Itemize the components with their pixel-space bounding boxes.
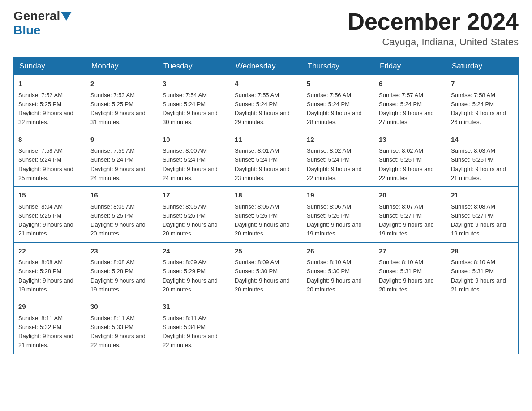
- calendar-header-tuesday: Tuesday: [158, 57, 230, 76]
- cell-content: Sunrise: 8:01 AMSunset: 5:24 PMDaylight:…: [235, 147, 290, 181]
- calendar-cell: 31Sunrise: 8:11 AMSunset: 5:34 PMDayligh…: [158, 298, 230, 354]
- calendar-cell: [374, 298, 446, 354]
- cell-content: Sunrise: 7:57 AMSunset: 5:24 PMDaylight:…: [379, 92, 434, 126]
- calendar-cell: 7Sunrise: 7:58 AMSunset: 5:24 PMDaylight…: [446, 75, 519, 131]
- day-number: 18: [235, 190, 297, 201]
- day-number: 17: [163, 190, 225, 201]
- calendar-cell: 2Sunrise: 7:53 AMSunset: 5:25 PMDaylight…: [86, 75, 158, 131]
- cell-content: Sunrise: 8:10 AMSunset: 5:31 PMDaylight:…: [379, 259, 434, 293]
- calendar-week-row: 1Sunrise: 7:52 AMSunset: 5:25 PMDaylight…: [14, 75, 519, 131]
- calendar-week-row: 15Sunrise: 8:04 AMSunset: 5:25 PMDayligh…: [14, 187, 519, 243]
- calendar-header-thursday: Thursday: [302, 57, 374, 76]
- calendar-cell: 24Sunrise: 8:09 AMSunset: 5:29 PMDayligh…: [158, 242, 230, 298]
- cell-content: Sunrise: 7:53 AMSunset: 5:25 PMDaylight:…: [90, 92, 146, 126]
- day-number: 12: [307, 135, 369, 145]
- calendar-cell: 13Sunrise: 8:02 AMSunset: 5:25 PMDayligh…: [374, 131, 446, 187]
- day-number: 20: [379, 190, 442, 201]
- calendar-cell: 3Sunrise: 7:54 AMSunset: 5:24 PMDaylight…: [158, 75, 230, 131]
- cell-content: Sunrise: 7:52 AMSunset: 5:25 PMDaylight:…: [18, 92, 73, 126]
- cell-content: Sunrise: 7:56 AMSunset: 5:24 PMDaylight:…: [307, 92, 362, 126]
- calendar-cell: [446, 298, 519, 354]
- calendar-header-sunday: Sunday: [14, 57, 86, 76]
- day-number: 19: [307, 190, 369, 201]
- day-number: 13: [379, 135, 442, 145]
- calendar-cell: 5Sunrise: 7:56 AMSunset: 5:24 PMDaylight…: [302, 75, 374, 131]
- calendar-cell: 10Sunrise: 8:00 AMSunset: 5:24 PMDayligh…: [158, 131, 230, 187]
- page-header: General Blue December 2024 Cayuga, India…: [13, 9, 519, 48]
- cell-content: Sunrise: 8:08 AMSunset: 5:28 PMDaylight:…: [18, 259, 73, 293]
- day-number: 31: [163, 302, 225, 312]
- calendar-header-row: SundayMondayTuesdayWednesdayThursdayFrid…: [14, 57, 519, 76]
- location-text: Cayuga, Indiana, United States: [348, 36, 519, 48]
- cell-content: Sunrise: 8:06 AMSunset: 5:26 PMDaylight:…: [235, 203, 290, 237]
- calendar-cell: 22Sunrise: 8:08 AMSunset: 5:28 PMDayligh…: [14, 242, 86, 298]
- calendar-cell: 27Sunrise: 8:10 AMSunset: 5:31 PMDayligh…: [374, 242, 446, 298]
- calendar-cell: [302, 298, 374, 354]
- title-section: December 2024 Cayuga, Indiana, United St…: [348, 9, 519, 48]
- day-number: 30: [90, 302, 153, 312]
- calendar-header-monday: Monday: [86, 57, 158, 76]
- calendar-cell: 4Sunrise: 7:55 AMSunset: 5:24 PMDaylight…: [230, 75, 302, 131]
- calendar-cell: 14Sunrise: 8:03 AMSunset: 5:25 PMDayligh…: [446, 131, 519, 187]
- cell-content: Sunrise: 8:08 AMSunset: 5:27 PMDaylight:…: [451, 203, 506, 237]
- day-number: 26: [307, 246, 369, 257]
- calendar-cell: 26Sunrise: 8:10 AMSunset: 5:30 PMDayligh…: [302, 242, 374, 298]
- cell-content: Sunrise: 8:03 AMSunset: 5:25 PMDaylight:…: [451, 147, 506, 181]
- cell-content: Sunrise: 8:10 AMSunset: 5:30 PMDaylight:…: [307, 259, 362, 293]
- cell-content: Sunrise: 8:11 AMSunset: 5:34 PMDaylight:…: [163, 315, 218, 349]
- calendar-cell: 25Sunrise: 8:09 AMSunset: 5:30 PMDayligh…: [230, 242, 302, 298]
- cell-content: Sunrise: 8:04 AMSunset: 5:25 PMDaylight:…: [18, 203, 73, 237]
- calendar-cell: 17Sunrise: 8:05 AMSunset: 5:26 PMDayligh…: [158, 187, 230, 243]
- day-number: 7: [451, 79, 514, 89]
- day-number: 9: [90, 135, 153, 145]
- day-number: 29: [18, 302, 81, 312]
- day-number: 11: [235, 135, 297, 145]
- calendar-cell: 23Sunrise: 8:08 AMSunset: 5:28 PMDayligh…: [86, 242, 158, 298]
- day-number: 27: [379, 246, 442, 257]
- cell-content: Sunrise: 8:00 AMSunset: 5:24 PMDaylight:…: [163, 147, 218, 181]
- calendar-cell: 6Sunrise: 7:57 AMSunset: 5:24 PMDaylight…: [374, 75, 446, 131]
- calendar-cell: 9Sunrise: 7:59 AMSunset: 5:24 PMDaylight…: [86, 131, 158, 187]
- day-number: 16: [90, 190, 153, 201]
- calendar-cell: 21Sunrise: 8:08 AMSunset: 5:27 PMDayligh…: [446, 187, 519, 243]
- day-number: 21: [451, 190, 514, 201]
- calendar-cell: 20Sunrise: 8:07 AMSunset: 5:27 PMDayligh…: [374, 187, 446, 243]
- cell-content: Sunrise: 8:11 AMSunset: 5:33 PMDaylight:…: [90, 315, 146, 349]
- calendar-cell: 30Sunrise: 8:11 AMSunset: 5:33 PMDayligh…: [86, 298, 158, 354]
- calendar-table: SundayMondayTuesdayWednesdayThursdayFrid…: [13, 57, 519, 354]
- day-number: 6: [379, 79, 442, 89]
- cell-content: Sunrise: 8:05 AMSunset: 5:25 PMDaylight:…: [90, 203, 146, 237]
- cell-content: Sunrise: 8:05 AMSunset: 5:26 PMDaylight:…: [163, 203, 218, 237]
- day-number: 15: [18, 190, 81, 201]
- cell-content: Sunrise: 8:02 AMSunset: 5:25 PMDaylight:…: [379, 147, 434, 181]
- calendar-cell: 15Sunrise: 8:04 AMSunset: 5:25 PMDayligh…: [14, 187, 86, 243]
- calendar-cell: 11Sunrise: 8:01 AMSunset: 5:24 PMDayligh…: [230, 131, 302, 187]
- calendar-cell: 16Sunrise: 8:05 AMSunset: 5:25 PMDayligh…: [86, 187, 158, 243]
- calendar-week-row: 29Sunrise: 8:11 AMSunset: 5:32 PMDayligh…: [14, 298, 519, 354]
- day-number: 14: [451, 135, 514, 145]
- calendar-cell: 1Sunrise: 7:52 AMSunset: 5:25 PMDaylight…: [14, 75, 86, 131]
- calendar-cell: 19Sunrise: 8:06 AMSunset: 5:26 PMDayligh…: [302, 187, 374, 243]
- calendar-header-friday: Friday: [374, 57, 446, 76]
- day-number: 3: [163, 79, 225, 89]
- cell-content: Sunrise: 8:08 AMSunset: 5:28 PMDaylight:…: [90, 259, 146, 293]
- calendar-week-row: 8Sunrise: 7:58 AMSunset: 5:24 PMDaylight…: [14, 131, 519, 187]
- cell-content: Sunrise: 8:09 AMSunset: 5:30 PMDaylight:…: [235, 259, 290, 293]
- day-number: 2: [90, 79, 153, 89]
- cell-content: Sunrise: 7:54 AMSunset: 5:24 PMDaylight:…: [163, 92, 218, 126]
- month-title: December 2024: [348, 9, 519, 34]
- day-number: 5: [307, 79, 369, 89]
- cell-content: Sunrise: 8:09 AMSunset: 5:29 PMDaylight:…: [163, 259, 218, 293]
- calendar-cell: 29Sunrise: 8:11 AMSunset: 5:32 PMDayligh…: [14, 298, 86, 354]
- day-number: 4: [235, 79, 297, 89]
- day-number: 22: [18, 246, 81, 257]
- cell-content: Sunrise: 8:11 AMSunset: 5:32 PMDaylight:…: [18, 315, 73, 349]
- calendar-cell: 28Sunrise: 8:10 AMSunset: 5:31 PMDayligh…: [446, 242, 519, 298]
- day-number: 28: [451, 246, 514, 257]
- logo-general-text: General: [13, 9, 60, 23]
- cell-content: Sunrise: 7:58 AMSunset: 5:24 PMDaylight:…: [451, 92, 506, 126]
- calendar-cell: 18Sunrise: 8:06 AMSunset: 5:26 PMDayligh…: [230, 187, 302, 243]
- cell-content: Sunrise: 7:58 AMSunset: 5:24 PMDaylight:…: [18, 147, 73, 181]
- cell-content: Sunrise: 8:10 AMSunset: 5:31 PMDaylight:…: [451, 259, 506, 293]
- calendar-header-saturday: Saturday: [446, 57, 519, 76]
